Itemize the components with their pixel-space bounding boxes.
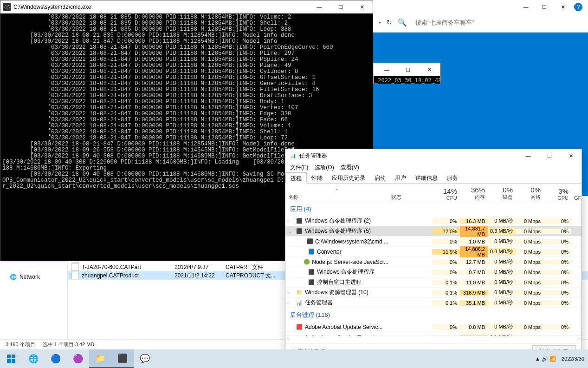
chevron-down-icon[interactable]: ▾ xyxy=(379,20,381,25)
taskbar-date[interactable]: 2022/3/30 xyxy=(562,356,584,361)
file-type: CATPRODUCT 文... xyxy=(226,272,281,280)
column-headers[interactable]: ⌃ 名称 状态 14%CPU36%内存0%磁盘0%网络3%GPU GF xyxy=(285,184,582,202)
maximize-button[interactable]: ☐ xyxy=(397,63,419,76)
gpu-value: 0% xyxy=(543,239,571,244)
col-header[interactable]: 0%网络 xyxy=(516,184,543,202)
taskman-icon: 📊 xyxy=(289,152,297,159)
minimize-button[interactable]: — xyxy=(517,149,539,162)
net-value: 0 Mbps xyxy=(516,324,543,330)
menu-item[interactable]: 选项(O) xyxy=(315,164,334,171)
app-icon[interactable]: 💬 xyxy=(134,349,156,368)
col-header[interactable]: 0%磁盘 xyxy=(488,184,516,202)
disk-value: 0 MB/秒 xyxy=(488,289,516,296)
chrome-icon[interactable]: 🔵 xyxy=(45,349,67,368)
process-icon: 📊 xyxy=(296,299,303,307)
folder-icon xyxy=(9,263,17,270)
cpu-value: 0% xyxy=(432,324,460,330)
expand-icon[interactable]: › xyxy=(288,290,294,295)
process-icon: ⬛ xyxy=(307,238,313,245)
help-icon[interactable]: ? xyxy=(574,3,582,11)
process-row[interactable]: › 📊 任务管理器 0.1% 35.1 MB 0 MB/秒 0 Mbps 0% xyxy=(285,298,582,308)
net-value: 0 Mbps xyxy=(516,239,543,244)
process-icon: ⬛ xyxy=(308,269,315,276)
taskbar[interactable]: 🌐 🔵 🟣 📁 ⬛ 💬 ▲ 🔊 📶 2022/3/30 xyxy=(0,349,588,368)
mem-value: 12.7 MB xyxy=(460,259,488,265)
gpu-value: 0% xyxy=(543,249,571,255)
cmd-window-2[interactable]: — ☐ ✕ _2022_03_30_18_02_48 xyxy=(373,63,440,84)
net-value: 0 Mbps xyxy=(516,218,543,224)
col-status[interactable]: 状态 xyxy=(388,184,432,202)
minimize-button[interactable]: — xyxy=(376,63,397,76)
tree-item[interactable]: 🌐Network xyxy=(0,272,67,282)
col-gpu-engine[interactable]: GF xyxy=(571,184,582,202)
process-row[interactable]: 🟦 Converter 11.9% 14,806.2 MB 0.3 MB/秒 0… xyxy=(285,247,582,257)
process-row[interactable]: › 🛡 Antimalware Service Executa... 0.9% … xyxy=(285,332,582,335)
tab[interactable]: 详细信息 xyxy=(411,172,442,183)
tab[interactable]: 启动 xyxy=(370,172,390,183)
explorer-icon[interactable]: 📁 xyxy=(89,349,111,368)
refresh-icon[interactable]: ↻ xyxy=(387,19,392,26)
process-name: Adobe Acrobat Update Servic... xyxy=(305,324,382,330)
start-button[interactable] xyxy=(0,349,22,368)
expand-icon[interactable]: ⌄ xyxy=(288,229,294,234)
disk-value: 0 MB/秒 xyxy=(488,279,516,286)
mem-value: 35.1 MB xyxy=(460,300,488,306)
cpu-value: 11.9% xyxy=(432,249,460,255)
col-header[interactable]: 36%内存 xyxy=(460,184,488,202)
search-input[interactable] xyxy=(413,16,582,29)
process-row[interactable]: › ⬛ Windows 命令处理程序 (2) 0% 16.3 MB 0 MB/秒… xyxy=(285,216,582,226)
process-row[interactable]: ⌄ ⬛ Windows 命令处理程序 (5) 12.0% 14,831.7 MB… xyxy=(285,226,582,237)
task-manager-window[interactable]: 📊 任务管理器 — ☐ ✕ 文件(F)选项(O)查看(V) 进程性能应用历史记录… xyxy=(285,149,582,360)
mem-value: 14,806.2 MB xyxy=(460,246,488,257)
gpu-value: 0% xyxy=(543,324,571,330)
close-button[interactable]: ✕ xyxy=(560,149,582,162)
file-date: 2012/4/7 9:37 xyxy=(174,264,226,270)
status-count: 3,190 个项目 xyxy=(6,341,35,348)
process-row[interactable]: 🟥 Adobe Acrobat Update Servic... 0% 0.8 … xyxy=(285,322,582,332)
horizontal-scroll[interactable]: ‹› xyxy=(285,335,582,343)
tree-label: Network xyxy=(19,274,40,280)
tab[interactable]: 服务 xyxy=(442,172,463,183)
edge-icon[interactable]: 🌐 xyxy=(22,349,45,368)
process-icon: ⬛ xyxy=(296,217,303,225)
process-row[interactable]: ⬛ C:\Windows\system32\cmd.... 0% 1.0 MB … xyxy=(285,237,582,247)
close-button[interactable]: ✕ xyxy=(351,0,373,13)
tab[interactable]: 性能 xyxy=(307,172,327,183)
menu-bar[interactable]: 文件(F)选项(O)查看(V) xyxy=(285,162,582,172)
visualstudio-icon[interactable]: 🟣 xyxy=(67,349,89,368)
col-header[interactable]: 14%CPU xyxy=(432,184,460,202)
expand-icon[interactable]: › xyxy=(288,219,294,223)
tab-bar[interactable]: 进程性能应用历史记录启动用户详细信息服务 xyxy=(285,172,582,184)
menu-item[interactable]: 文件(F) xyxy=(290,164,308,171)
cpu-value: 0% xyxy=(432,218,460,224)
minimize-button[interactable]: — xyxy=(309,0,330,13)
process-list[interactable]: 应用 (4) › ⬛ Windows 命令处理程序 (2) 0% 16.3 MB… xyxy=(285,202,582,335)
col-name[interactable]: 名称 xyxy=(285,193,388,202)
tree-item[interactable] xyxy=(0,262,67,272)
mem-value: 1.0 MB xyxy=(460,239,488,244)
col-header[interactable]: 3%GPU xyxy=(543,184,571,202)
cmd-icon: C:\ xyxy=(3,3,11,11)
expand-icon[interactable]: › xyxy=(288,301,294,305)
process-row[interactable]: › 📁 Windows 资源管理器 (10) 0.1% 316.9 MB 0 M… xyxy=(285,288,582,298)
process-row[interactable]: ⬛ 控制台窗口主进程 0.1% 11.0 MB 0 MB/秒 0 Mbps 0% xyxy=(285,277,582,288)
tab[interactable]: 应用历史记录 xyxy=(327,172,370,183)
tab[interactable]: 进程 xyxy=(285,172,307,184)
maximize-button[interactable]: ☐ xyxy=(330,0,351,13)
close-button[interactable]: ✕ xyxy=(556,0,570,13)
close-button[interactable]: ✕ xyxy=(419,63,440,76)
menu-item[interactable]: 查看(V) xyxy=(341,164,359,171)
process-name: Node.js: Server-side JavaScr... xyxy=(312,259,388,265)
process-row[interactable]: 🟢 Node.js: Server-side JavaScr... 0% 12.… xyxy=(285,257,582,267)
svg-rect-1 xyxy=(12,355,15,358)
window-title: C:\Windows\system32\cmd.exe xyxy=(13,4,309,10)
cmd-taskbar-icon[interactable]: ⬛ xyxy=(111,349,134,368)
tray-icons[interactable]: ▲ 🔊 📶 xyxy=(535,356,556,362)
process-row[interactable]: ⬛ Windows 命令处理程序 0% 0.7 MB 0 MB/秒 0 Mbps… xyxy=(285,267,582,277)
maximize-button[interactable]: ☐ xyxy=(539,149,560,162)
maximize-button[interactable]: ☐ xyxy=(537,0,552,13)
tab[interactable]: 用户 xyxy=(390,172,411,183)
net-value: 0 Mbps xyxy=(516,300,543,306)
minimize-button[interactable]: — xyxy=(518,0,533,13)
status-selection: 选中 1 个项目 3.42 MB xyxy=(43,341,94,348)
